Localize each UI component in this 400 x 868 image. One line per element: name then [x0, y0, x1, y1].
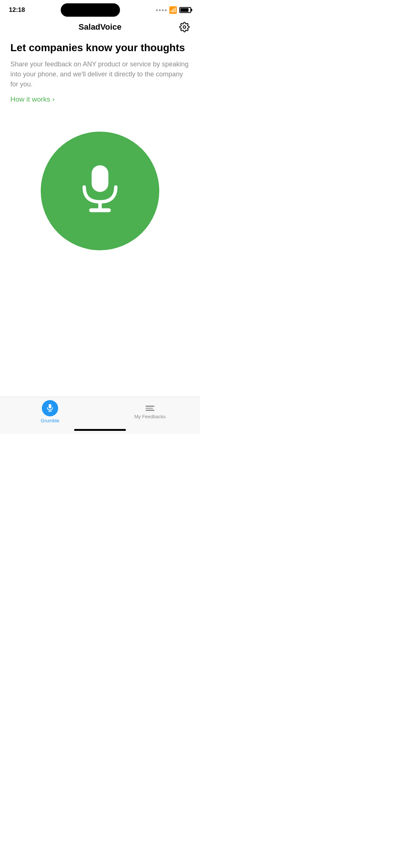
signal-icon [156, 9, 167, 11]
feed-line-3 [146, 410, 154, 411]
notch [61, 3, 120, 17]
mic-button[interactable] [41, 132, 159, 250]
grumble-tab-label: Grumble [41, 418, 59, 423]
grumble-mic-icon [45, 403, 55, 413]
chevron-right-icon: › [53, 96, 54, 103]
hero-subtitle: Share your feedback on ANY product or se… [10, 59, 190, 89]
battery-icon [179, 7, 191, 13]
wifi-icon: 📶 [169, 6, 177, 14]
app-header: SaladVoice [0, 19, 200, 36]
mic-icon [70, 161, 130, 221]
app-title: SaladVoice [79, 22, 121, 32]
status-time: 12:18 [9, 6, 25, 14]
grumble-tab-icon [42, 400, 58, 416]
svg-rect-3 [89, 208, 111, 212]
home-indicator [74, 429, 126, 431]
svg-rect-4 [49, 404, 51, 409]
tab-bar: Grumble My Feedbacks [0, 397, 200, 434]
how-it-works-link[interactable]: How it works › [10, 95, 190, 103]
status-bar: 12:18 📶 [0, 0, 200, 19]
svg-rect-1 [91, 165, 108, 192]
status-icons: 📶 [156, 6, 191, 14]
feed-line-1 [146, 406, 154, 407]
feedbacks-tab-label: My Feedbacks [134, 414, 166, 419]
hero-title: Let companies know your thoughts [10, 42, 190, 54]
mic-area [0, 132, 200, 250]
feed-line-2 [146, 408, 153, 409]
tab-grumble[interactable]: Grumble [0, 400, 100, 423]
settings-button[interactable] [178, 20, 191, 34]
how-it-works-label: How it works [10, 95, 50, 103]
feedbacks-tab-icon [144, 404, 156, 412]
tab-feedbacks[interactable]: My Feedbacks [100, 404, 200, 419]
svg-rect-6 [48, 411, 52, 412]
svg-point-0 [183, 26, 186, 29]
gear-icon [179, 22, 190, 32]
main-content: Let companies know your thoughts Share y… [0, 36, 200, 109]
